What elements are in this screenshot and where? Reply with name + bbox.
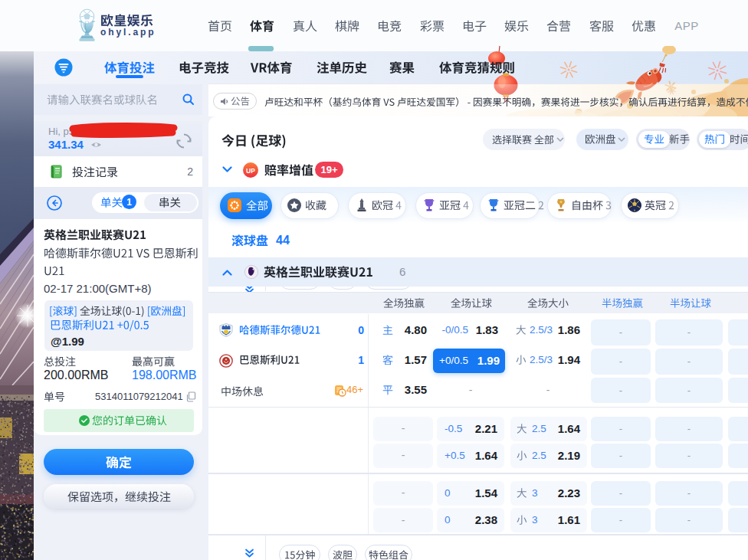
svg-text:UP: UP bbox=[246, 167, 255, 175]
